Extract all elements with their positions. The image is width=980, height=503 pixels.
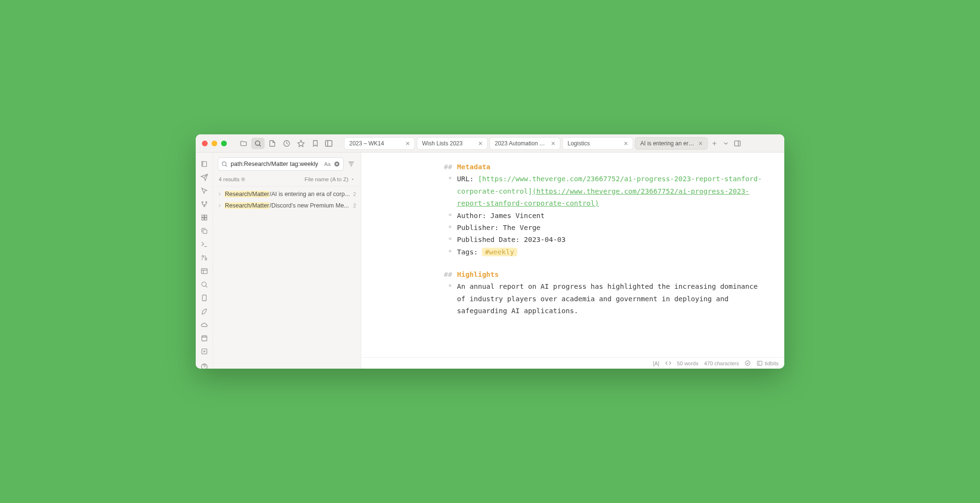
tag-weekly[interactable]: #weekly bbox=[482, 248, 517, 256]
search-box[interactable]: Aa bbox=[218, 157, 344, 171]
svg-point-6 bbox=[203, 206, 205, 207]
file-icon[interactable] bbox=[266, 138, 279, 149]
close-icon[interactable] bbox=[550, 141, 556, 146]
svg-rect-10 bbox=[204, 218, 207, 220]
status-space[interactable]: tidbits bbox=[757, 360, 779, 366]
tab-label: 2023 Automation Ap... bbox=[495, 140, 547, 147]
close-icon[interactable] bbox=[405, 141, 411, 146]
layout-icon[interactable] bbox=[199, 267, 210, 275]
tab-label: Logistics bbox=[568, 140, 620, 147]
tabs-bar: 2023 – WK14 Wish Lists 2023 2023 Automat… bbox=[341, 137, 784, 150]
highlight-text: An annual report on AI progress has high… bbox=[457, 281, 765, 317]
close-icon[interactable] bbox=[478, 141, 483, 146]
sort-label: File name (A to Z) bbox=[305, 176, 348, 182]
svg-rect-3 bbox=[735, 141, 740, 146]
editor[interactable]: ##Metadata *URL: [https://www.theverge.c… bbox=[361, 153, 784, 357]
match-case-toggle[interactable]: Aa bbox=[324, 161, 331, 167]
svg-rect-8 bbox=[204, 215, 207, 218]
svg-point-5 bbox=[205, 202, 207, 203]
search-rail-icon[interactable] bbox=[199, 281, 210, 288]
tab-logistics[interactable]: Logistics bbox=[562, 137, 633, 150]
tab-automation[interactable]: 2023 Automation Ap... bbox=[490, 137, 560, 150]
publisher-line: Publisher: The Verge bbox=[457, 222, 765, 234]
chevron-down-icon bbox=[350, 177, 355, 182]
folder-icon[interactable] bbox=[237, 138, 250, 149]
status-mode[interactable]: [A] bbox=[653, 361, 659, 366]
leaf-icon[interactable] bbox=[199, 307, 210, 315]
tab-2023-wk14[interactable]: 2023 – WK14 bbox=[344, 137, 415, 150]
svg-point-4 bbox=[201, 202, 203, 203]
clock-icon[interactable] bbox=[280, 138, 293, 149]
app-window: 2023 – WK14 Wish Lists 2023 2023 Automat… bbox=[196, 134, 784, 369]
sort-control[interactable]: File name (A to Z) bbox=[305, 176, 355, 182]
svg-point-18 bbox=[203, 351, 205, 352]
svg-rect-15 bbox=[202, 295, 206, 301]
content: ##Metadata *URL: [https://www.theverge.c… bbox=[361, 153, 784, 369]
send-icon[interactable] bbox=[199, 174, 210, 181]
icon-rail bbox=[196, 153, 213, 369]
chevron-right-icon bbox=[217, 203, 223, 208]
star-icon[interactable] bbox=[294, 138, 308, 149]
titlebar: 2023 – WK14 Wish Lists 2023 2023 Automat… bbox=[196, 134, 784, 153]
book-icon[interactable] bbox=[199, 160, 210, 168]
svg-point-23 bbox=[746, 361, 750, 366]
clear-icon[interactable] bbox=[334, 161, 340, 167]
filter-icon[interactable] bbox=[346, 159, 356, 169]
copy-icon[interactable] bbox=[199, 227, 210, 235]
panel-toggle-icon[interactable] bbox=[733, 139, 742, 148]
svg-point-21 bbox=[222, 162, 226, 165]
results-count: 4 results bbox=[219, 176, 305, 182]
result-text: Research/Matter/AI is entering an era of… bbox=[224, 191, 351, 197]
toolbar bbox=[237, 138, 322, 149]
tab-wish-lists[interactable]: Wish Lists 2023 bbox=[417, 137, 488, 150]
statusbar: [A] 50 words 470 characters tidbits bbox=[361, 357, 784, 369]
svg-rect-13 bbox=[201, 269, 207, 274]
result-count: 2 bbox=[353, 191, 356, 197]
plus-icon[interactable] bbox=[710, 139, 719, 148]
search-icon[interactable] bbox=[251, 138, 265, 149]
calendar-icon[interactable] bbox=[199, 334, 210, 342]
window-close[interactable] bbox=[202, 141, 208, 146]
tab-label: AI is entering an era o... bbox=[640, 140, 695, 147]
search-icon bbox=[221, 161, 228, 167]
terminal-icon[interactable] bbox=[199, 241, 210, 248]
svg-point-0 bbox=[256, 141, 260, 145]
binary-icon[interactable] bbox=[199, 254, 210, 262]
svg-rect-12 bbox=[202, 255, 203, 257]
svg-point-14 bbox=[201, 282, 206, 286]
close-icon[interactable] bbox=[623, 141, 629, 146]
heading-highlights: Highlights bbox=[457, 271, 499, 278]
result-item[interactable]: Research/Matter/AI is entering an era of… bbox=[213, 188, 361, 200]
archive-icon[interactable] bbox=[199, 348, 210, 355]
cloud-icon[interactable] bbox=[199, 321, 210, 328]
result-item[interactable]: Research/Matter/Discord's new Premium Me… bbox=[213, 200, 361, 211]
code-icon[interactable] bbox=[665, 360, 671, 366]
traffic-lights bbox=[196, 141, 233, 146]
dot-icon bbox=[241, 177, 245, 181]
help-icon[interactable] bbox=[199, 361, 210, 369]
window-maximize[interactable] bbox=[221, 141, 227, 146]
result-list: Research/Matter/AI is entering an era of… bbox=[213, 186, 361, 213]
bookmark-icon[interactable] bbox=[309, 138, 322, 149]
svg-rect-17 bbox=[201, 349, 207, 354]
chevron-down-icon[interactable] bbox=[721, 139, 731, 148]
check-icon[interactable] bbox=[745, 360, 751, 366]
tablet-icon[interactable] bbox=[199, 294, 210, 302]
grid-icon[interactable] bbox=[199, 214, 210, 221]
tab-label: Wish Lists 2023 bbox=[422, 140, 475, 147]
published-line: Published Date: 2023-04-03 bbox=[457, 234, 765, 246]
svg-rect-16 bbox=[201, 336, 207, 341]
tab-ai-era[interactable]: AI is entering an era o... bbox=[635, 137, 708, 150]
search-input[interactable] bbox=[231, 161, 322, 167]
results-label: 4 results bbox=[219, 176, 239, 182]
cursor-icon[interactable] bbox=[199, 187, 210, 195]
author-line: Author: James Vincent bbox=[457, 210, 765, 222]
search-row: Aa bbox=[213, 153, 361, 175]
branch-icon[interactable] bbox=[199, 200, 210, 208]
svg-rect-24 bbox=[757, 361, 762, 365]
main: Aa 4 results File name (A to Z) Res bbox=[196, 153, 784, 369]
window-minimize[interactable] bbox=[212, 141, 217, 146]
close-icon[interactable] bbox=[698, 141, 703, 146]
sidebar-toggle-icon[interactable] bbox=[322, 138, 335, 149]
svg-rect-2 bbox=[325, 141, 332, 146]
